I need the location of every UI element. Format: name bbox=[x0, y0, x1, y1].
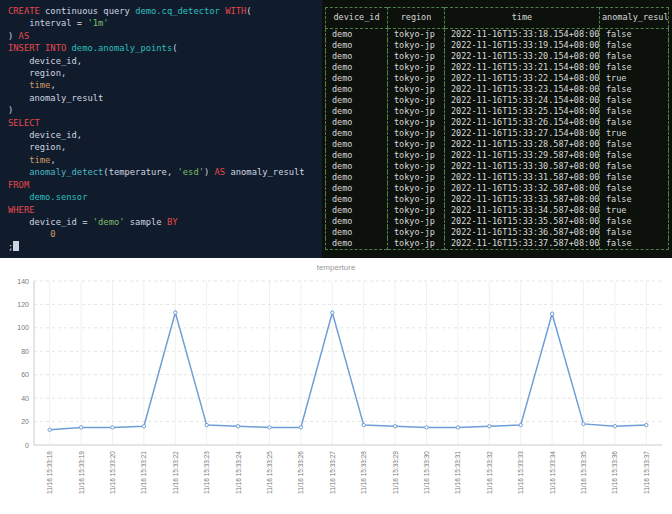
table-cell: tokyo-jp bbox=[388, 194, 445, 205]
x-tick-label: 11/16 15:33:20 bbox=[109, 451, 116, 494]
table-cell: false bbox=[600, 106, 669, 117]
table-cell: false bbox=[600, 172, 669, 183]
x-tick-label: 11/16 15:33:28 bbox=[360, 451, 367, 494]
table-row: demotokyo-jp2022-11-16T15:33:37.587+08:0… bbox=[326, 238, 669, 250]
table-cell: demo bbox=[326, 73, 388, 84]
table-cell: tokyo-jp bbox=[388, 227, 445, 238]
code-token: interval = bbox=[8, 18, 87, 28]
table-cell: false bbox=[600, 183, 669, 194]
table-cell: tokyo-jp bbox=[388, 161, 445, 172]
code-token bbox=[8, 155, 29, 165]
table-cell: false bbox=[600, 238, 669, 250]
table-cell: 2022-11-16T15:33:25.154+08:00 bbox=[445, 106, 600, 117]
table-header-row: device_idregiontimeanomaly_result bbox=[326, 8, 669, 29]
table-cell: tokyo-jp bbox=[388, 73, 445, 84]
table-cell: false bbox=[600, 62, 669, 73]
chart-point bbox=[299, 426, 302, 429]
code-token: INSERT INTO bbox=[8, 43, 72, 53]
table-cell: demo bbox=[326, 161, 388, 172]
code-token: WHERE bbox=[8, 205, 34, 215]
table-cell: demo bbox=[326, 40, 388, 51]
code-token: AS bbox=[215, 167, 226, 177]
code-line: CREATE continuous query demo.cq_detector… bbox=[8, 5, 318, 17]
code-token: device_id, bbox=[8, 130, 82, 140]
code-token: AS bbox=[19, 31, 30, 41]
code-line: device_id, bbox=[8, 129, 318, 141]
chart-point bbox=[174, 311, 177, 314]
table-cell: false bbox=[600, 51, 669, 62]
y-tick-label: 40 bbox=[21, 395, 29, 402]
code-line: region, bbox=[8, 67, 318, 79]
code-token: continuous query bbox=[40, 6, 135, 16]
x-tick-label: 11/16 15:33:37 bbox=[643, 451, 650, 494]
code-token: ) bbox=[8, 105, 13, 115]
table-cell: false bbox=[600, 227, 669, 238]
x-tick-label: 11/16 15:33:24 bbox=[235, 451, 242, 494]
code-token: FROM bbox=[8, 180, 29, 190]
column-header-time: time bbox=[445, 8, 600, 29]
code-token: 'demo' bbox=[93, 217, 125, 227]
table-cell: tokyo-jp bbox=[388, 95, 445, 106]
table-cell: 2022-11-16T15:33:36.587+08:00 bbox=[445, 227, 600, 238]
code-token: CREATE bbox=[8, 6, 40, 16]
table-cell: false bbox=[600, 216, 669, 227]
code-token: '1m' bbox=[87, 18, 108, 28]
table-cell: false bbox=[600, 194, 669, 205]
table-cell: 2022-11-16T15:33:28.587+08:00 bbox=[445, 139, 600, 150]
sql-editor-panel[interactable]: CREATE continuous query demo.cq_detector… bbox=[0, 0, 322, 258]
table-cell: tokyo-jp bbox=[388, 106, 445, 117]
chart-point bbox=[582, 422, 585, 425]
table-cell: 2022-11-16T15:33:31.587+08:00 bbox=[445, 172, 600, 183]
table-cell: true bbox=[600, 205, 669, 216]
table-cell: tokyo-jp bbox=[388, 183, 445, 194]
code-line: ) AS bbox=[8, 30, 318, 42]
table-cell: 2022-11-16T15:33:26.154+08:00 bbox=[445, 117, 600, 128]
table-row: demotokyo-jp2022-11-16T15:33:27.154+08:0… bbox=[326, 128, 669, 139]
code-line: INSERT INTO demo.anomaly_points( bbox=[8, 42, 318, 54]
table-cell: demo bbox=[326, 194, 388, 205]
table-cell: 2022-11-16T15:33:33.587+08:00 bbox=[445, 194, 600, 205]
table-cell: demo bbox=[326, 227, 388, 238]
table-row: demotokyo-jp2022-11-16T15:33:23.154+08:0… bbox=[326, 84, 669, 95]
chart-point bbox=[79, 426, 82, 429]
table-cell: tokyo-jp bbox=[388, 117, 445, 128]
table-cell: demo bbox=[326, 150, 388, 161]
table-row: demotokyo-jp2022-11-16T15:33:34.587+08:0… bbox=[326, 205, 669, 216]
y-tick-label: 0 bbox=[25, 442, 29, 449]
x-tick-label: 11/16 15:33:21 bbox=[140, 451, 147, 494]
x-tick-label: 11/16 15:33:22 bbox=[172, 451, 179, 494]
chart-point bbox=[268, 426, 271, 429]
code-line: time, bbox=[8, 79, 318, 91]
column-header-anomaly_result: anomaly_result bbox=[600, 8, 669, 29]
chart-point bbox=[519, 423, 522, 426]
table-cell: false bbox=[600, 40, 669, 51]
table-row: demotokyo-jp2022-11-16T15:33:35.587+08:0… bbox=[326, 216, 669, 227]
chart-point bbox=[425, 426, 428, 429]
code-token: ) bbox=[8, 31, 19, 41]
chart-line bbox=[50, 313, 647, 430]
code-token: device_id, bbox=[8, 56, 82, 66]
chart-point bbox=[550, 312, 553, 315]
code-token bbox=[8, 192, 29, 202]
code-token: BY bbox=[167, 217, 178, 227]
table-cell: tokyo-jp bbox=[388, 62, 445, 73]
code-token: time bbox=[29, 80, 50, 90]
code-token: , bbox=[50, 155, 55, 165]
code-token: , bbox=[50, 80, 55, 90]
x-tick-label: 11/16 15:33:34 bbox=[549, 451, 556, 494]
chart-point bbox=[362, 423, 365, 426]
table-row: demotokyo-jp2022-11-16T15:33:20.154+08:0… bbox=[326, 51, 669, 62]
code-line: ; bbox=[8, 241, 318, 253]
chart-point bbox=[456, 426, 459, 429]
code-line: SELECT bbox=[8, 117, 318, 129]
code-token: demo.sensor bbox=[29, 192, 87, 202]
table-row: demotokyo-jp2022-11-16T15:33:25.154+08:0… bbox=[326, 106, 669, 117]
table-cell: 2022-11-16T15:33:30.587+08:00 bbox=[445, 161, 600, 172]
table-cell: tokyo-jp bbox=[388, 29, 445, 41]
table-cell: demo bbox=[326, 172, 388, 183]
code-token: (temperature, bbox=[103, 167, 177, 177]
chart-point bbox=[331, 311, 334, 314]
code-line: time, bbox=[8, 154, 318, 166]
code-token bbox=[8, 167, 29, 177]
chart-panel: temperture 02040608010012014011/16 15:33… bbox=[0, 258, 672, 514]
